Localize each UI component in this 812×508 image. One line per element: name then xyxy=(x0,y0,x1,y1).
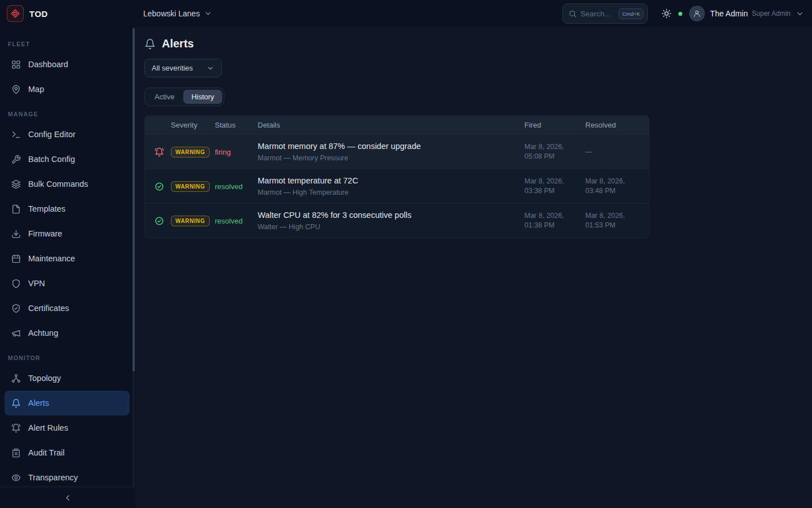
severity-filter-select[interactable]: All severities xyxy=(144,59,222,77)
resolved-cell: Mar 8, 2026, 01:53 PM xyxy=(585,211,649,230)
sidebar-item-label: Map xyxy=(28,85,44,94)
sidebar-section-label-fleet: FLEET xyxy=(8,41,135,47)
sidebar-item-maintenance[interactable]: Maintenance xyxy=(5,246,130,271)
alert-state-cell xyxy=(145,182,171,191)
sidebar-item-label: Maintenance xyxy=(28,254,75,263)
bell-ring-icon xyxy=(155,147,164,157)
alert-row[interactable]: WARNINGresolvedWalter CPU at 82% for 3 c… xyxy=(145,203,649,238)
status-cell: firing xyxy=(215,148,258,156)
sidebar-item-vpn[interactable]: VPN xyxy=(5,271,130,296)
bell-icon xyxy=(144,38,156,50)
badge-check-icon xyxy=(11,304,21,313)
sidebar-item-label: Topology xyxy=(28,374,61,383)
details-cell: Walter CPU at 82% for 3 consecutive poll… xyxy=(258,211,524,231)
alert-state-cell xyxy=(145,216,171,226)
alert-row[interactable]: WARNINGfiringMarmot memory at 87% — cons… xyxy=(145,134,649,169)
chevron-down-icon xyxy=(204,10,212,17)
sidebar-item-topology[interactable]: Topology xyxy=(5,366,130,391)
diamond-logo-icon xyxy=(10,8,20,19)
eye-icon xyxy=(11,473,21,483)
search-box[interactable]: Cmd+K xyxy=(562,3,648,24)
column-header-fired: Fired xyxy=(524,121,585,129)
sidebar-item-map[interactable]: Map xyxy=(5,77,130,102)
alert-state-cell xyxy=(145,147,171,157)
sidebar-section-label-manage: MANAGE xyxy=(8,111,135,117)
app-logo[interactable] xyxy=(7,5,24,22)
alert-subtitle: Marmot — High Temperature xyxy=(258,189,524,196)
clipboard-icon xyxy=(11,448,21,458)
alert-title: Walter CPU at 82% for 3 consecutive poll… xyxy=(258,211,524,220)
status-cell: resolved xyxy=(215,182,258,191)
alert-title: Marmot memory at 87% — consider upgrade xyxy=(258,142,524,151)
details-cell: Marmot temperature at 72CMarmot — High T… xyxy=(258,176,524,196)
tab-active[interactable]: Active xyxy=(147,90,182,104)
sidebar-item-firmware[interactable]: Firmware xyxy=(5,221,130,246)
sidebar-item-alerts[interactable]: Alerts xyxy=(5,391,130,415)
sidebar-scrollbar-track xyxy=(133,27,135,487)
severity-cell: WARNING xyxy=(171,146,215,157)
fired-cell: Mar 8, 2026, 03:38 PM xyxy=(524,177,585,196)
page-title: Alerts xyxy=(162,37,194,50)
wrench-icon xyxy=(11,155,21,164)
sidebar-collapse-button[interactable] xyxy=(0,487,135,508)
sidebar-item-templates[interactable]: Templates xyxy=(5,196,130,221)
alerts-tabs: Active History xyxy=(144,87,224,106)
column-header-severity: Severity xyxy=(171,121,215,129)
calendar-icon xyxy=(11,254,21,264)
theme-toggle-button[interactable] xyxy=(661,8,672,19)
sidebar-item-label: VPN xyxy=(28,279,45,288)
sidebar-item-alert-rules[interactable]: Alert Rules xyxy=(5,415,130,440)
chevron-down-icon xyxy=(206,64,214,72)
alert-title: Marmot temperature at 72C xyxy=(258,176,524,185)
user-menu-chevron-down-icon[interactable] xyxy=(796,10,804,18)
sidebar-item-label: Transparency xyxy=(28,473,78,482)
brand-name: TOD xyxy=(29,9,48,19)
avatar[interactable] xyxy=(689,6,705,21)
shield-icon xyxy=(11,279,21,288)
sidebar-item-dashboard[interactable]: Dashboard xyxy=(5,52,130,77)
megaphone-icon xyxy=(11,329,21,338)
chevron-left-icon xyxy=(63,493,72,502)
fired-cell: Mar 8, 2026, 05:08 PM xyxy=(524,142,585,161)
sidebar-item-label: Certificates xyxy=(28,304,69,313)
alert-row[interactable]: WARNINGresolvedMarmot temperature at 72C… xyxy=(145,169,649,203)
sidebar-item-config-editor[interactable]: Config Editor xyxy=(5,122,130,147)
sidebar-item-bulk-commands[interactable]: Bulk Commands xyxy=(5,172,130,196)
sidebar-item-audit-trail[interactable]: Audit Trail xyxy=(5,440,130,465)
search-icon xyxy=(568,10,577,18)
tab-history[interactable]: History xyxy=(183,90,222,104)
alert-subtitle: Walter — High CPU xyxy=(258,223,524,231)
search-shortcut-badge: Cmd+K xyxy=(619,8,643,19)
sidebar-item-label: Alerts xyxy=(28,398,49,408)
org-selector[interactable]: Lebowski Lanes xyxy=(143,9,212,18)
check-circle-icon xyxy=(155,182,164,191)
network-icon xyxy=(11,374,21,383)
page-header: Alerts xyxy=(144,37,803,50)
sidebar-item-label: Config Editor xyxy=(28,130,76,139)
connection-status-dot xyxy=(678,12,682,16)
sidebar-item-label: Achtung xyxy=(28,329,58,338)
sidebar-nav: FLEETDashboardMapMANAGEConfig EditorBatc… xyxy=(0,27,135,490)
layers-icon xyxy=(11,179,21,189)
user-role-badge: Super Admin xyxy=(752,10,791,17)
column-header-details: Details xyxy=(258,121,524,129)
terminal-icon xyxy=(11,130,21,139)
alert-subtitle: Marmot — Memory Pressure xyxy=(258,154,524,162)
resolved-cell: — xyxy=(585,147,649,157)
sidebar-item-certificates[interactable]: Certificates xyxy=(5,296,130,321)
sidebar-item-label: Audit Trail xyxy=(28,448,64,457)
sidebar-item-achtung[interactable]: Achtung xyxy=(5,321,130,345)
sidebar-item-label: Bulk Commands xyxy=(28,179,88,189)
tabs-row: Active History xyxy=(144,87,803,106)
status-cell: resolved xyxy=(215,217,258,225)
details-cell: Marmot memory at 87% — consider upgradeM… xyxy=(258,142,524,162)
column-header-resolved: Resolved xyxy=(585,121,649,129)
sidebar-item-label: Firmware xyxy=(28,229,62,238)
sidebar-item-batch-config[interactable]: Batch Config xyxy=(5,147,130,172)
filter-row: All severities xyxy=(144,59,803,77)
org-selector-label: Lebowski Lanes xyxy=(143,9,200,18)
search-input[interactable] xyxy=(580,10,615,18)
bell-icon xyxy=(11,398,21,408)
sidebar-scrollbar-thumb[interactable] xyxy=(133,28,135,371)
table-body: WARNINGfiringMarmot memory at 87% — cons… xyxy=(145,134,649,238)
